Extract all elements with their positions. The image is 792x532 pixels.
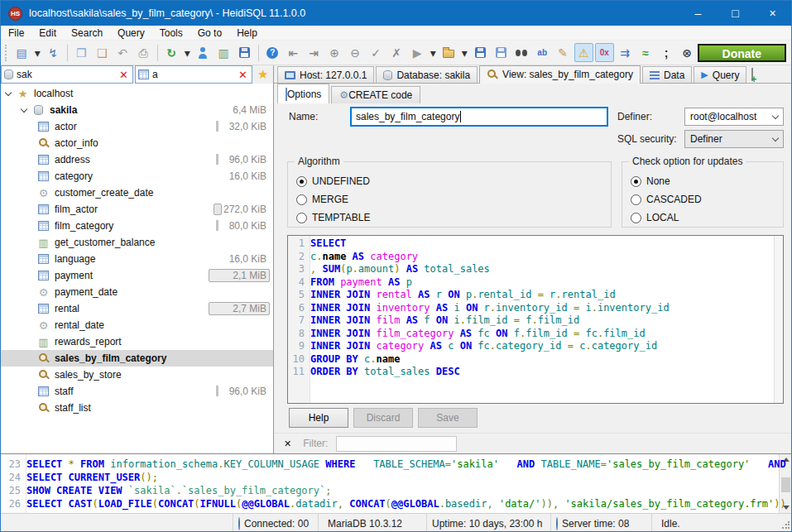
- load-dropdown-icon[interactable]: ▾: [460, 43, 469, 62]
- tab-create-code[interactable]: ⚙CREATE code: [331, 86, 420, 103]
- view-select-code-editor[interactable]: 1SELECT2c.name AS category3, SUM(p.amoun…: [287, 235, 784, 404]
- find-replace-icon[interactable]: [512, 43, 531, 62]
- tree-item-rental[interactable]: rental2,7 MiB: [1, 300, 273, 317]
- expand-arrow-icon[interactable]: [21, 105, 27, 112]
- maximize-button[interactable]: □: [717, 1, 754, 26]
- clear-table-filter-icon[interactable]: ✕: [237, 69, 249, 81]
- sql-security-select[interactable]: Definer: [684, 130, 784, 148]
- first-record-icon[interactable]: ⇤: [284, 43, 303, 62]
- run-query-icon[interactable]: ▶: [408, 43, 427, 62]
- menu-query[interactable]: Query: [110, 26, 152, 41]
- tab-database[interactable]: Database: sakila: [376, 66, 478, 83]
- delete-record-icon[interactable]: ⊖: [346, 43, 365, 62]
- code-line: 24SELECT CURRENT_USER();: [1, 471, 791, 484]
- last-record-icon[interactable]: ⇥: [305, 43, 324, 62]
- help-icon[interactable]: ?: [263, 43, 282, 62]
- session-manager-icon[interactable]: ▤: [12, 43, 31, 62]
- tree-item-staff[interactable]: staff96,0 KiB: [1, 383, 273, 400]
- tree-item-sales-by-store[interactable]: sales_by_store: [1, 367, 273, 383]
- tab-data[interactable]: Data: [642, 66, 692, 83]
- reformat-icon[interactable]: ✎: [554, 43, 573, 62]
- tab-host[interactable]: Host: 127.0.0.1: [277, 66, 374, 83]
- tree-item-label: film_actor: [55, 204, 98, 215]
- run-dropdown-icon[interactable]: ▾: [429, 43, 438, 62]
- tree-item-actor-info[interactable]: actor_info: [1, 135, 273, 151]
- save-button[interactable]: Save: [418, 408, 478, 428]
- menu-help[interactable]: Help: [229, 26, 265, 41]
- session-filter-input[interactable]: sak ✕: [1, 65, 133, 84]
- none-radio[interactable]: None: [631, 172, 783, 190]
- resize-grip-icon[interactable]: [781, 521, 790, 530]
- discard-button[interactable]: Discard: [353, 408, 413, 428]
- tree-item-customer-create-date[interactable]: ⚙customer_create_date: [1, 185, 273, 201]
- print-icon[interactable]: ⎙: [134, 43, 153, 62]
- expand-arrow-icon[interactable]: [5, 89, 12, 95]
- copy-icon[interactable]: ❐: [72, 43, 91, 62]
- tree-item-language[interactable]: language16,0 KiB: [1, 251, 273, 267]
- tree-item-film-category[interactable]: film_category80,0 KiB: [1, 218, 273, 234]
- menu-tools[interactable]: Tools: [152, 26, 190, 41]
- stop-icon[interactable]: ⊗: [678, 43, 697, 62]
- menu-search[interactable]: Search: [64, 26, 110, 41]
- paste-icon[interactable]: ❑: [93, 43, 112, 62]
- view-name-input[interactable]: sales_by_film_category: [350, 107, 608, 127]
- bind-params-icon[interactable]: ≈: [636, 43, 655, 62]
- tree-item-category[interactable]: category16,0 KiB: [1, 168, 273, 185]
- merge-radio[interactable]: MERGE: [296, 190, 611, 208]
- temptable-radio[interactable]: TEMPTABLE: [296, 208, 611, 227]
- close-button[interactable]: ×: [754, 1, 791, 26]
- tree-item-address[interactable]: address96,0 KiB: [1, 151, 273, 168]
- favorites-star-icon[interactable]: ★: [257, 67, 268, 82]
- tree-item-sales-by-film-category[interactable]: sales_by_film_category: [1, 350, 273, 367]
- disconnect-icon[interactable]: ↯: [44, 43, 63, 62]
- table-filter-input[interactable]: a ✕: [135, 65, 252, 84]
- cascaded-radio[interactable]: CASCADED: [631, 190, 783, 208]
- tree-item-payment[interactable]: payment2,1 MiB: [1, 267, 273, 284]
- undefined-radio[interactable]: UNDEFINED: [296, 172, 611, 190]
- session-dropdown-icon[interactable]: ▾: [33, 43, 42, 62]
- semicolon-icon[interactable]: ;: [657, 43, 676, 62]
- refresh-icon[interactable]: ↻: [162, 43, 181, 62]
- tab-label: Database: sakila: [396, 69, 470, 81]
- refresh-dropdown-icon[interactable]: ▾: [183, 43, 192, 62]
- tree-item-rental-date[interactable]: ⚙rental_date: [1, 317, 273, 333]
- cancel-edit-icon[interactable]: ✗: [387, 43, 406, 62]
- replace-text-icon[interactable]: ab: [533, 43, 552, 62]
- tree-item-sakila[interactable]: sakila6,4 MiB: [1, 102, 273, 118]
- tab-options[interactable]: Options: [277, 84, 329, 103]
- donate-button[interactable]: Donate: [698, 44, 786, 62]
- local-radio[interactable]: LOCAL: [631, 208, 783, 227]
- menu-file[interactable]: File: [1, 26, 31, 41]
- save-sql-icon[interactable]: [471, 43, 490, 62]
- highlight-errors-icon[interactable]: ⚠: [574, 43, 593, 62]
- hex-literals-icon[interactable]: 0x: [595, 43, 614, 62]
- filter-input[interactable]: [336, 436, 457, 452]
- close-filter-icon[interactable]: ✕: [284, 439, 291, 449]
- tab-query[interactable]: ▶Query: [694, 66, 746, 83]
- user-manager-icon[interactable]: [194, 43, 213, 62]
- tree-item-payment-date[interactable]: ⚙payment_date: [1, 284, 273, 300]
- load-sql-icon[interactable]: [439, 43, 458, 62]
- clear-session-filter-icon[interactable]: ✕: [118, 69, 130, 81]
- tree-item-get-customer-balance[interactable]: ▥get_customer_balance: [1, 234, 273, 251]
- menu-go-to[interactable]: Go to: [190, 26, 229, 41]
- tree-item-rewards-report[interactable]: ▥rewards_report: [1, 333, 273, 350]
- new-query-tab-button[interactable]: [751, 69, 753, 80]
- tree-item-localhost[interactable]: ★localhost: [1, 85, 273, 102]
- post-record-icon[interactable]: ✓: [367, 43, 386, 62]
- undo-icon[interactable]: ↶: [113, 43, 132, 62]
- sql-log-panel[interactable]: 23SELECT * FROM information_schema.KEY_C…: [1, 453, 791, 513]
- insert-record-icon[interactable]: ⊕: [325, 43, 344, 62]
- save-blob-icon[interactable]: [235, 43, 254, 62]
- tree-item-film-actor[interactable]: film_actor272,0 KiB: [1, 201, 273, 218]
- definer-select[interactable]: root@localhost: [684, 108, 784, 126]
- tab-view[interactable]: View: sales_by_film_category: [479, 65, 641, 84]
- minimize-button[interactable]: –: [679, 1, 717, 26]
- tree-item-staff-list[interactable]: staff_list: [1, 400, 273, 416]
- save-sql-as-icon[interactable]: [492, 43, 511, 62]
- export-rows-icon[interactable]: ▥: [214, 43, 233, 62]
- indent-icon[interactable]: ⇉: [616, 43, 635, 62]
- tree-item-actor[interactable]: actor32,0 KiB: [1, 118, 273, 135]
- help-button[interactable]: Help: [289, 408, 348, 428]
- menu-edit[interactable]: Edit: [31, 26, 64, 41]
